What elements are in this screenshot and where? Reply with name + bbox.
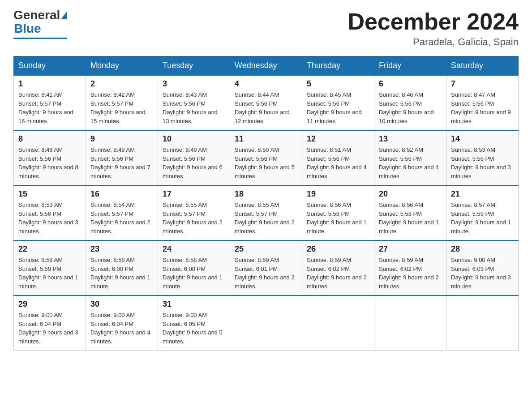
calendar-cell: 4Sunrise: 8:44 AMSunset: 5:56 PMDaylight…: [230, 75, 302, 130]
day-number: 7: [451, 79, 514, 89]
calendar-week-row: 1Sunrise: 8:41 AMSunset: 5:57 PMDaylight…: [14, 75, 519, 130]
day-number: 15: [18, 189, 81, 199]
calendar-cell: 2Sunrise: 8:42 AMSunset: 5:57 PMDaylight…: [86, 75, 158, 130]
logo-blue-text: Blue: [14, 21, 41, 36]
calendar-cell: 25Sunrise: 8:59 AMSunset: 6:01 PMDayligh…: [230, 240, 302, 295]
calendar-table: Sunday Monday Tuesday Wednesday Thursday…: [13, 56, 519, 351]
day-info: Sunrise: 8:58 AMSunset: 6:00 PMDaylight:…: [163, 256, 225, 291]
day-number: 9: [90, 134, 153, 144]
day-info: Sunrise: 8:56 AMSunset: 5:58 PMDaylight:…: [379, 201, 442, 235]
day-number: 2: [90, 79, 153, 89]
calendar-week-row: 22Sunrise: 8:58 AMSunset: 5:59 PMDayligh…: [14, 240, 519, 295]
day-number: 16: [90, 189, 153, 199]
calendar-cell: [374, 295, 446, 351]
day-info: Sunrise: 8:41 AMSunset: 5:57 PMDaylight:…: [18, 90, 81, 125]
logo-underline: [13, 38, 67, 39]
day-info: Sunrise: 8:53 AMSunset: 5:56 PMDaylight:…: [451, 146, 514, 180]
day-info: Sunrise: 8:48 AMSunset: 5:56 PMDaylight:…: [18, 146, 81, 180]
day-info: Sunrise: 8:54 AMSunset: 5:57 PMDaylight:…: [90, 201, 153, 235]
calendar-cell: 11Sunrise: 8:50 AMSunset: 5:56 PMDayligh…: [230, 130, 302, 185]
calendar-cell: 26Sunrise: 8:59 AMSunset: 6:02 PMDayligh…: [302, 240, 374, 295]
calendar-cell: 5Sunrise: 8:45 AMSunset: 5:56 PMDaylight…: [302, 75, 374, 130]
calendar-cell: 17Sunrise: 8:55 AMSunset: 5:57 PMDayligh…: [158, 185, 230, 240]
calendar-cell: 23Sunrise: 8:58 AMSunset: 6:00 PMDayligh…: [86, 240, 158, 295]
calendar-cell: 10Sunrise: 8:49 AMSunset: 5:56 PMDayligh…: [158, 130, 230, 185]
day-info: Sunrise: 9:00 AMSunset: 6:04 PMDaylight:…: [18, 311, 81, 346]
day-info: Sunrise: 8:50 AMSunset: 5:56 PMDaylight:…: [235, 146, 297, 180]
day-info: Sunrise: 8:47 AMSunset: 5:56 PMDaylight:…: [451, 90, 514, 125]
day-number: 22: [18, 244, 81, 254]
day-number: 31: [163, 300, 225, 309]
calendar-cell: 30Sunrise: 9:00 AMSunset: 6:04 PMDayligh…: [86, 295, 158, 351]
calendar-cell: 22Sunrise: 8:58 AMSunset: 5:59 PMDayligh…: [14, 240, 86, 295]
calendar-cell: 15Sunrise: 8:53 AMSunset: 5:56 PMDayligh…: [14, 185, 86, 240]
day-number: 3: [163, 79, 225, 89]
day-info: Sunrise: 8:57 AMSunset: 5:59 PMDaylight:…: [451, 201, 514, 235]
day-number: 20: [379, 189, 442, 199]
calendar-cell: 3Sunrise: 8:43 AMSunset: 5:56 PMDaylight…: [158, 75, 230, 130]
calendar-cell: 27Sunrise: 8:59 AMSunset: 6:02 PMDayligh…: [374, 240, 446, 295]
day-number: 11: [235, 134, 297, 144]
day-number: 5: [307, 79, 369, 89]
day-number: 18: [235, 189, 297, 199]
header-monday: Monday: [86, 56, 158, 76]
day-info: Sunrise: 8:51 AMSunset: 5:56 PMDaylight:…: [307, 146, 369, 180]
day-info: Sunrise: 8:53 AMSunset: 5:56 PMDaylight:…: [18, 201, 81, 235]
day-number: 30: [90, 300, 153, 309]
header-friday: Friday: [374, 56, 446, 76]
calendar-cell: 21Sunrise: 8:57 AMSunset: 5:59 PMDayligh…: [446, 185, 519, 240]
day-info: Sunrise: 9:00 AMSunset: 6:03 PMDaylight:…: [451, 256, 514, 291]
calendar-cell: [302, 295, 374, 351]
calendar-week-row: 8Sunrise: 8:48 AMSunset: 5:56 PMDaylight…: [14, 130, 519, 185]
day-info: Sunrise: 8:43 AMSunset: 5:56 PMDaylight:…: [163, 90, 225, 125]
location-subtitle: Paradela, Galicia, Spain: [348, 36, 519, 48]
calendar-cell: 16Sunrise: 8:54 AMSunset: 5:57 PMDayligh…: [86, 185, 158, 240]
day-info: Sunrise: 8:58 AMSunset: 5:59 PMDaylight:…: [18, 256, 81, 291]
calendar-cell: 9Sunrise: 8:49 AMSunset: 5:56 PMDaylight…: [86, 130, 158, 185]
day-info: Sunrise: 9:00 AMSunset: 6:05 PMDaylight:…: [163, 311, 225, 346]
calendar-cell: 14Sunrise: 8:53 AMSunset: 5:56 PMDayligh…: [446, 130, 519, 185]
day-info: Sunrise: 8:56 AMSunset: 5:58 PMDaylight:…: [307, 201, 369, 235]
day-number: 13: [379, 134, 442, 144]
day-info: Sunrise: 8:59 AMSunset: 6:02 PMDaylight:…: [307, 256, 369, 291]
day-number: 28: [451, 244, 514, 254]
calendar-cell: 13Sunrise: 8:52 AMSunset: 5:56 PMDayligh…: [374, 130, 446, 185]
logo: General Blue: [13, 9, 67, 39]
day-info: Sunrise: 9:00 AMSunset: 6:04 PMDaylight:…: [90, 311, 153, 346]
day-info: Sunrise: 8:44 AMSunset: 5:56 PMDaylight:…: [235, 90, 297, 125]
day-info: Sunrise: 8:59 AMSunset: 6:02 PMDaylight:…: [379, 256, 442, 291]
day-number: 29: [18, 300, 81, 309]
day-info: Sunrise: 8:42 AMSunset: 5:57 PMDaylight:…: [90, 90, 153, 125]
calendar-cell: 1Sunrise: 8:41 AMSunset: 5:57 PMDaylight…: [14, 75, 86, 130]
day-info: Sunrise: 8:49 AMSunset: 5:56 PMDaylight:…: [90, 146, 153, 180]
calendar-cell: 12Sunrise: 8:51 AMSunset: 5:56 PMDayligh…: [302, 130, 374, 185]
calendar-cell: 19Sunrise: 8:56 AMSunset: 5:58 PMDayligh…: [302, 185, 374, 240]
logo-triangle-icon: [61, 11, 67, 19]
calendar-cell: [230, 295, 302, 351]
day-number: 23: [90, 244, 153, 254]
day-info: Sunrise: 8:46 AMSunset: 5:56 PMDaylight:…: [379, 90, 442, 125]
day-info: Sunrise: 8:45 AMSunset: 5:56 PMDaylight:…: [307, 90, 369, 125]
header-sunday: Sunday: [14, 56, 86, 76]
day-info: Sunrise: 8:52 AMSunset: 5:56 PMDaylight:…: [379, 146, 442, 180]
day-number: 19: [307, 189, 369, 199]
day-number: 17: [163, 189, 225, 199]
calendar-week-row: 29Sunrise: 9:00 AMSunset: 6:04 PMDayligh…: [14, 295, 519, 351]
header: General Blue December 2024 Paradela, Gal…: [13, 9, 519, 48]
day-number: 10: [163, 134, 225, 144]
header-saturday: Saturday: [446, 56, 519, 76]
header-tuesday: Tuesday: [158, 56, 230, 76]
day-info: Sunrise: 8:58 AMSunset: 6:00 PMDaylight:…: [90, 256, 153, 291]
title-area: December 2024 Paradela, Galicia, Spain: [348, 9, 519, 48]
day-number: 21: [451, 189, 514, 199]
day-info: Sunrise: 8:49 AMSunset: 5:56 PMDaylight:…: [163, 146, 225, 180]
day-header-row: Sunday Monday Tuesday Wednesday Thursday…: [14, 56, 519, 76]
calendar-cell: 20Sunrise: 8:56 AMSunset: 5:58 PMDayligh…: [374, 185, 446, 240]
day-number: 8: [18, 134, 81, 144]
day-info: Sunrise: 8:59 AMSunset: 6:01 PMDaylight:…: [235, 256, 297, 291]
day-info: Sunrise: 8:55 AMSunset: 5:57 PMDaylight:…: [235, 201, 297, 235]
calendar-cell: 29Sunrise: 9:00 AMSunset: 6:04 PMDayligh…: [14, 295, 86, 351]
calendar-cell: 18Sunrise: 8:55 AMSunset: 5:57 PMDayligh…: [230, 185, 302, 240]
calendar-cell: 31Sunrise: 9:00 AMSunset: 6:05 PMDayligh…: [158, 295, 230, 351]
day-number: 24: [163, 244, 225, 254]
